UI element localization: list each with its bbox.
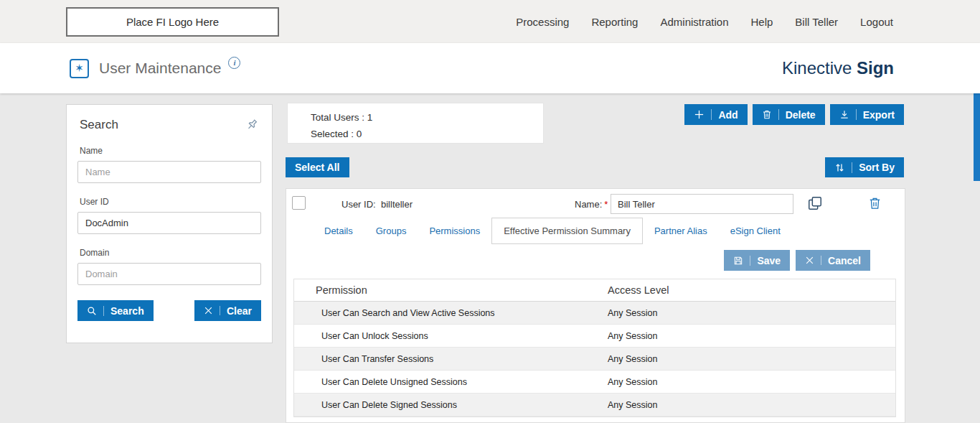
copy-user-icon[interactable]: [807, 195, 823, 211]
access-level-cell: Any Session: [608, 331, 657, 341]
access-level-cell: Any Session: [608, 377, 657, 387]
permission-cell: User Can Delete Signed Sessions: [294, 400, 608, 410]
permissions-table-body: User Can Search and View Active Sessions…: [294, 302, 895, 417]
nav-help[interactable]: Help: [751, 16, 773, 28]
selected-count-text: Selected : 0: [311, 126, 543, 142]
access-level-column-header: Access Level: [608, 284, 669, 296]
clear-button[interactable]: Clear: [194, 300, 261, 321]
table-row: User Can Transfer Sessions Any Session: [294, 348, 895, 371]
table-row: User Can Unlock Sessions Any Session: [294, 325, 895, 348]
nav-administration[interactable]: Administration: [660, 16, 728, 28]
tab-effective-permission-summary[interactable]: Effective Permission Summary: [491, 218, 643, 244]
permission-cell: User Can Transfer Sessions: [294, 354, 608, 364]
pin-icon[interactable]: [242, 115, 262, 135]
select-all-button[interactable]: Select All: [286, 157, 349, 177]
save-icon: [733, 256, 750, 266]
user-id-label: User ID: [80, 197, 259, 207]
brand-product: Sign: [857, 58, 894, 78]
user-checkbox[interactable]: [292, 196, 306, 210]
user-tabs: Details Groups Permissions Effective Per…: [313, 218, 905, 244]
fi-logo-placeholder: Place FI Logo Here: [66, 7, 279, 37]
domain-label: Domain: [80, 248, 259, 258]
info-icon[interactable]: i: [228, 57, 240, 69]
access-level-cell: Any Session: [608, 308, 657, 318]
page-header: ✶ User Maintenance i Kinective Sign: [0, 43, 980, 93]
tab-details[interactable]: Details: [313, 218, 364, 244]
nav-reporting[interactable]: Reporting: [591, 16, 638, 28]
top-nav: Processing Reporting Administration Help…: [516, 16, 893, 28]
tab-esign-client[interactable]: eSign Client: [719, 218, 792, 244]
tab-partner-alias[interactable]: Partner Alias: [643, 218, 719, 244]
plus-icon: [694, 109, 712, 120]
cancel-button[interactable]: Cancel: [796, 250, 870, 271]
name-label: Name: [80, 146, 259, 156]
page-title: User Maintenance: [99, 60, 221, 77]
table-row: User Can Delete Unsigned Sessions Any Se…: [294, 371, 895, 394]
nav-processing[interactable]: Processing: [516, 16, 569, 28]
search-icon: [87, 306, 104, 316]
user-row: User ID: billteller Name:*: [286, 189, 905, 218]
main-content: Search Name User ID Domain Search Clear: [0, 93, 980, 423]
app-logo-icon: ✶: [70, 59, 89, 78]
permission-column-header: Permission: [294, 284, 608, 296]
permission-cell: User Can Unlock Sessions: [294, 331, 608, 341]
user-name-input[interactable]: [611, 194, 793, 214]
domain-input[interactable]: [77, 263, 261, 285]
permission-cell: User Can Search and View Active Sessions: [294, 308, 608, 318]
search-panel-title: Search: [80, 118, 118, 132]
table-row: User Can Search and View Active Sessions…: [294, 302, 895, 325]
table-row: User Can Delete Signed Sessions Any Sess…: [294, 394, 895, 417]
total-users-text: Total Users : 1: [311, 109, 543, 126]
scrollbar-thumb[interactable]: [974, 93, 980, 181]
save-cancel-row: Save Cancel: [286, 250, 905, 271]
user-card: User ID: billteller Name:* Details Group…: [286, 188, 905, 423]
cancel-x-icon: [805, 256, 821, 265]
top-bar: Place FI Logo Here Processing Reporting …: [0, 0, 980, 43]
sort-by-button[interactable]: Sort By: [825, 157, 904, 177]
access-level-cell: Any Session: [608, 400, 657, 410]
page-scrollbar: [974, 93, 980, 423]
tab-groups[interactable]: Groups: [364, 218, 418, 244]
totals-summary: Total Users : 1 Selected : 0: [287, 103, 544, 144]
trash-icon: [762, 109, 779, 120]
search-panel: Search Name User ID Domain Search Clear: [66, 104, 273, 343]
save-button[interactable]: Save: [724, 250, 790, 271]
access-level-cell: Any Session: [608, 354, 657, 364]
permissions-table-header: Permission Access Level: [294, 279, 895, 302]
required-marker: *: [604, 199, 608, 210]
tab-permissions[interactable]: Permissions: [418, 218, 491, 244]
brand-name: Kinective: [782, 58, 852, 78]
clear-x-icon: [204, 306, 220, 315]
user-id-value: billteller: [381, 199, 413, 210]
search-button[interactable]: Search: [77, 300, 154, 321]
permissions-table: Permission Access Level User Can Search …: [293, 279, 896, 417]
permission-cell: User Can Delete Unsigned Sessions: [294, 377, 608, 387]
name-input[interactable]: [77, 161, 261, 183]
delete-user-icon[interactable]: [868, 196, 882, 210]
delete-button[interactable]: Delete: [753, 104, 825, 125]
download-icon: [839, 109, 857, 120]
brand-logo: Kinective Sign: [782, 58, 894, 78]
user-id-field-label: User ID:: [341, 199, 376, 210]
name-field-label: Name:*: [575, 199, 608, 210]
action-buttons: Add Delete Export: [684, 104, 904, 125]
user-id-input[interactable]: [77, 212, 261, 234]
export-button[interactable]: Export: [830, 104, 904, 125]
nav-logout[interactable]: Logout: [860, 16, 893, 28]
sort-arrows-icon: [834, 162, 852, 173]
add-button[interactable]: Add: [684, 104, 747, 125]
nav-user-bill-teller[interactable]: Bill Teller: [795, 16, 838, 28]
